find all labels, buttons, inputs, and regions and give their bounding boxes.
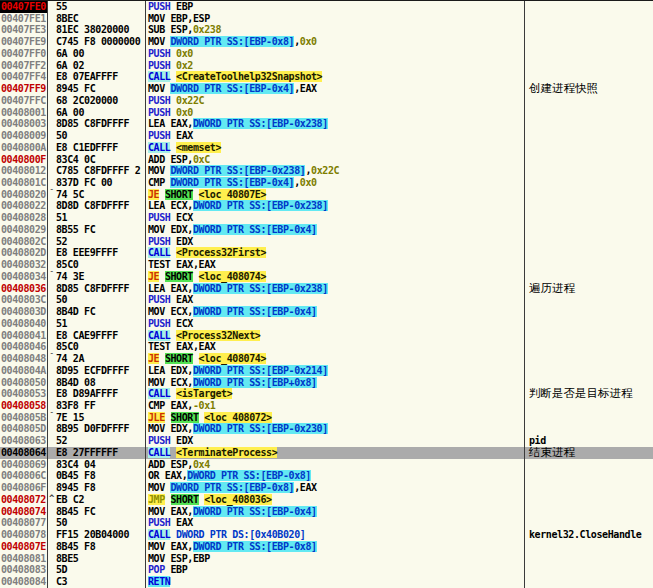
disasm-row[interactable]: 00408064E8 27FFFFFFCALL <TerminateProces… — [0, 447, 653, 459]
disasm-row[interactable]: 00408072^EB C2JMP SHORT <loc_408036> — [0, 494, 653, 506]
address-cell: 00408072 — [0, 494, 48, 506]
disasm-row[interactable]: 0040806983C4 04ADD ESP,0x4 — [0, 459, 653, 471]
hex-bytes: 74 5C — [56, 189, 84, 200]
comment-cell: 遍历进程 — [525, 283, 653, 295]
disasm-row[interactable]: 004080298B55 FCMOV EDX,DWORD PTR SS:[EBP… — [0, 224, 653, 236]
disasm-row[interactable]: 00407FE18BECMOV EBP,ESP — [0, 13, 653, 25]
comment-cell — [525, 306, 653, 318]
disasm-row[interactable]: 00407FE381EC 38020000SUB ESP,0x238 — [0, 24, 653, 36]
disasm-row[interactable]: 004080016A 00PUSH 0x0 — [0, 107, 653, 119]
comment-cell — [525, 494, 653, 506]
disasm-row[interactable]: 00408020ˇ74 5CJE SHORT <loc_40807E> — [0, 189, 653, 201]
hex-bytes-cell: 68 2C020000 — [48, 95, 146, 107]
disasm-row[interactable]: 004080835DPOP EBP — [0, 564, 653, 576]
address-cell: 00408040 — [0, 318, 48, 330]
instruction-cell: OR EAX,DWORD PTR SS:[EBP-0x8] — [146, 470, 525, 482]
comment-cell — [525, 177, 653, 189]
disasm-row[interactable]: 0040805D8B95 D0FDFFFFMOV EDX,DWORD PTR S… — [0, 423, 653, 435]
address-cell: 00408036 — [0, 283, 48, 295]
comment-cell — [525, 107, 653, 119]
disassembly-pane[interactable]: 00407FE055PUSH EBP00407FE18BECMOV EBP,ES… — [0, 0, 653, 588]
hex-bytes: 8B95 D0FDFFFF — [56, 423, 129, 434]
disasm-row[interactable]: 00407FF06A 00PUSH 0x0 — [0, 48, 653, 60]
disasm-row[interactable]: 00408053E8 D89AFFFFCALL <isTarget>判断是否是目… — [0, 388, 653, 400]
hex-bytes: 7E 15 — [56, 412, 84, 423]
disasm-row[interactable]: 0040804A8D95 ECFDFFFFLEA EDX,DWORD PTR S… — [0, 365, 653, 377]
disasm-row[interactable]: 0040807E8B45 F8MOV EAX,DWORD PTR SS:[EBP… — [0, 541, 653, 553]
comment-cell — [525, 71, 653, 83]
hex-bytes-cell: 8D95 ECFDFFFF — [48, 365, 146, 377]
hex-bytes-cell: 50 — [48, 517, 146, 529]
disasm-row[interactable]: 00408084C3RETN — [0, 576, 653, 588]
hex-bytes-cell: 8B4D 08 — [48, 377, 146, 389]
disasm-row[interactable]: 0040800950PUSH EAX — [0, 130, 653, 142]
instruction-cell: MOV DWORD PTR SS:[EBP-0x4],EAX — [146, 83, 525, 95]
instruction-cell: CALL <Process32First> — [146, 247, 525, 259]
disasm-row[interactable]: 0040803D8B4D FCMOV ECX,DWORD PTR SS:[EBP… — [0, 306, 653, 318]
disasm-row[interactable]: 00408041E8 CAE9FFFFCALL <Process32Next> — [0, 330, 653, 342]
disasm-row[interactable]: 0040807750PUSH EAX — [0, 517, 653, 529]
instruction-cell: LEA EDX,DWORD PTR SS:[EBP-0x214] — [146, 365, 525, 377]
disasm-row[interactable]: 004080508B4D 08MOV ECX,DWORD PTR SS:[EBP… — [0, 377, 653, 389]
comment-cell — [525, 553, 653, 565]
disasm-row[interactable]: 0040804685C0TEST EAX,EAX — [0, 341, 653, 353]
instruction-cell: CALL <memset> — [146, 142, 525, 154]
instruction-cell: LEA EAX,DWORD PTR SS:[EBP-0x238] — [146, 283, 525, 295]
disasm-row[interactable]: 00408034ˇ74 3EJE SHORT <loc_408074> — [0, 271, 653, 283]
hex-bytes: 837D FC 00 — [56, 177, 112, 188]
comment-cell — [525, 95, 653, 107]
instruction-cell: CALL <Process32Next> — [146, 330, 525, 342]
disasm-row[interactable]: 0040805Bˇ7E 15JLE SHORT <loc_408072> — [0, 412, 653, 424]
address-cell: 00408063 — [0, 435, 48, 447]
disasm-row[interactable]: 00408048ˇ74 2AJE SHORT <loc_408074> — [0, 353, 653, 365]
disasm-row[interactable]: 0040806C0B45 F8OR EAX,DWORD PTR SS:[EBP-… — [0, 470, 653, 482]
disasm-row[interactable]: 004080748B45 FCMOV EAX,DWORD PTR SS:[EBP… — [0, 506, 653, 518]
disasm-row[interactable]: 0040805883F8 FFCMP EAX,-0x1 — [0, 400, 653, 412]
disasm-row[interactable]: 00407FF26A 02PUSH 0x2 — [0, 60, 653, 72]
disasm-row[interactable]: 00407FFC68 2C020000PUSH 0x22C — [0, 95, 653, 107]
address-cell: 0040805B — [0, 412, 48, 424]
disasm-row[interactable]: 00407FF4E8 07EAFFFFCALL <CreateToolhelp3… — [0, 71, 653, 83]
disasm-row[interactable]: 0040803C50PUSH EAX — [0, 294, 653, 306]
hex-bytes: 85C0 — [56, 341, 78, 352]
hex-bytes-cell: 50 — [48, 294, 146, 306]
disasm-row[interactable]: 0040800F83C4 0CADD ESP,0xC — [0, 154, 653, 166]
instruction-cell: CALL DWORD PTR DS:[0x40B020] — [146, 529, 525, 541]
disasm-row[interactable]: 0040803285C0TEST EAX,EAX — [0, 259, 653, 271]
disasm-row[interactable]: 0040802DE8 EEE9FFFFCALL <Process32First> — [0, 247, 653, 259]
disasm-row[interactable]: 0040806352PUSH EDXpid — [0, 435, 653, 447]
jump-direction-icon: ^ — [49, 494, 56, 505]
disasm-row[interactable]: 004080038D85 C8FDFFFFLEA EAX,DWORD PTR S… — [0, 118, 653, 130]
comment-cell — [525, 459, 653, 471]
address-cell: 00408028 — [0, 212, 48, 224]
hex-bytes: 0B45 F8 — [56, 470, 95, 481]
disasm-row[interactable]: 00408012C785 C8FDFFFF 2MOV DWORD PTR SS:… — [0, 165, 653, 177]
disasm-row[interactable]: 0040802851PUSH ECX — [0, 212, 653, 224]
disasm-row[interactable]: 00408078FF15 20B04000CALL DWORD PTR DS:[… — [0, 529, 653, 541]
instruction-cell: MOV EAX,DWORD PTR SS:[EBP-0x8] — [146, 541, 525, 553]
disasm-row[interactable]: 00407FE9C745 F8 0000000MOV DWORD PTR SS:… — [0, 36, 653, 48]
disasm-row[interactable]: 0040802C52PUSH EDX — [0, 236, 653, 248]
hex-bytes: 85C0 — [56, 259, 78, 270]
jump-direction-icon: ˇ — [49, 353, 56, 364]
comment-cell — [525, 377, 653, 389]
disasm-row[interactable]: 0040800AE8 C1EDFFFFCALL <memset> — [0, 142, 653, 154]
disasm-row[interactable]: 004080368D85 C8FDFFFFLEA EAX,DWORD PTR S… — [0, 283, 653, 295]
comment-cell — [525, 142, 653, 154]
comment-cell — [525, 482, 653, 494]
disasm-row[interactable]: 004080818BE5MOV ESP,EBP — [0, 553, 653, 565]
address-cell: 0040802D — [0, 247, 48, 259]
comment-cell — [525, 236, 653, 248]
comment-cell — [525, 400, 653, 412]
disasm-row[interactable]: 004080228D8D C8FDFFFFLEA ECX,DWORD PTR S… — [0, 200, 653, 212]
instruction-cell: PUSH ECX — [146, 318, 525, 330]
comment-cell — [525, 423, 653, 435]
disasm-row[interactable]: 00407FE055PUSH EBP — [0, 1, 653, 13]
disasm-row[interactable]: 0040804051PUSH ECX — [0, 318, 653, 330]
hex-bytes-cell: 51 — [48, 212, 146, 224]
address-cell: 00407FF2 — [0, 60, 48, 72]
disasm-row[interactable]: 0040806F8945 F8MOV DWORD PTR SS:[EBP-0x8… — [0, 482, 653, 494]
disasm-row[interactable]: 0040801C837D FC 00CMP DWORD PTR SS:[EBP-… — [0, 177, 653, 189]
hex-bytes-cell: 83F8 FF — [48, 400, 146, 412]
disasm-row[interactable]: 00407FF98945 FCMOV DWORD PTR SS:[EBP-0x4… — [0, 83, 653, 95]
